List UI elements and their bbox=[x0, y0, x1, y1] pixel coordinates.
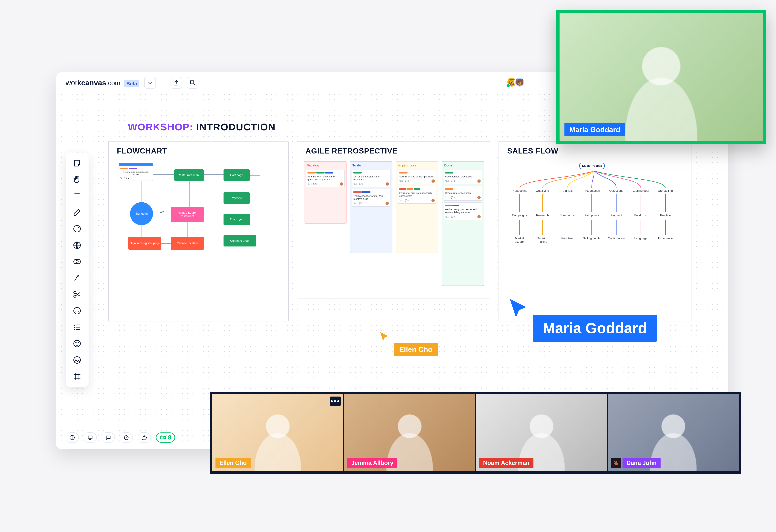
video-tile[interactable]: Dana Juhn bbox=[608, 394, 739, 471]
tool-hand[interactable] bbox=[71, 174, 83, 185]
card-agile-retro[interactable]: AGILE RETROSPECTIVE Backlog Add the team… bbox=[297, 141, 490, 299]
flow-node: Choose location bbox=[171, 237, 204, 250]
tool-sticker[interactable] bbox=[71, 223, 83, 234]
kanban-col-backlog: Backlog Add the team's bio to the genera… bbox=[304, 161, 347, 223]
video-name-label: Maria Goddard bbox=[564, 123, 625, 136]
svg-point-4 bbox=[74, 292, 76, 294]
svg-point-0 bbox=[74, 225, 80, 232]
remote-cursor-ellen: Ellen Cho bbox=[379, 331, 390, 343]
tool-smiley[interactable] bbox=[71, 338, 83, 349]
flow-node: Restaurant menu bbox=[174, 169, 204, 181]
shape-3d-icon bbox=[73, 241, 81, 249]
sticker-icon bbox=[73, 224, 81, 233]
beta-badge: Beta bbox=[124, 80, 139, 87]
tile-menu-button[interactable]: ••• bbox=[330, 396, 341, 406]
kanban-card[interactable]: Add the team's bio to the general config… bbox=[306, 170, 345, 187]
svg-point-9 bbox=[78, 343, 78, 343]
hand-icon bbox=[73, 175, 81, 184]
mic-muted-icon bbox=[613, 460, 619, 466]
title-main: INTRODUCTION bbox=[196, 122, 276, 133]
video-tile[interactable]: Noam Ackerman bbox=[476, 394, 607, 471]
present-button[interactable] bbox=[187, 77, 198, 88]
share-upload-icon bbox=[173, 80, 179, 86]
arrow-curve-icon bbox=[73, 274, 81, 283]
half-circle-icon bbox=[69, 434, 75, 440]
tree-connectors bbox=[499, 169, 693, 251]
cursor-icon bbox=[507, 297, 531, 321]
tool-connector[interactable] bbox=[71, 272, 83, 284]
chat-icon bbox=[105, 434, 111, 440]
share-button[interactable] bbox=[171, 77, 182, 88]
camera-icon bbox=[160, 434, 166, 441]
svg-point-8 bbox=[75, 343, 76, 343]
card-title: FLOWCHART bbox=[117, 147, 167, 155]
flow-node: Sign in / Register page bbox=[129, 237, 161, 250]
scissors-icon bbox=[73, 290, 81, 299]
speaker-video-tile[interactable]: Maria Goddard bbox=[556, 10, 766, 144]
card-flowchart[interactable]: FLOWCHART Review filing bug, research up… bbox=[108, 141, 288, 321]
card-title: AGILE RETROSPECTIVE bbox=[306, 147, 397, 155]
tree-root: Sales Process bbox=[579, 163, 605, 169]
tool-shape[interactable] bbox=[71, 239, 83, 251]
cursor-icon bbox=[379, 331, 390, 343]
tool-frame[interactable] bbox=[71, 371, 83, 382]
overlap-circles-icon bbox=[73, 257, 81, 266]
cursor-label: Ellen Cho bbox=[394, 343, 438, 356]
tool-checklist[interactable] bbox=[71, 321, 83, 333]
presentation-icon bbox=[87, 434, 93, 440]
tool-combine[interactable] bbox=[71, 256, 83, 267]
cursor-label: Maria Goddard bbox=[533, 315, 657, 342]
chevron-down-icon bbox=[147, 80, 153, 86]
kanban-card[interactable]: Use interview processes 📎 2 💬 1 bbox=[443, 170, 482, 184]
timer-icon bbox=[123, 434, 129, 440]
video-name-label: Jemma Allbory bbox=[347, 458, 397, 468]
flow-node: Home / Search restaurant bbox=[171, 207, 204, 222]
kanban-col-todo: To do List all the missions and mileston… bbox=[350, 161, 392, 253]
kanban-card[interactable]: Fix root of bug fixes, research competit… bbox=[398, 186, 436, 204]
tool-emoji[interactable] bbox=[71, 305, 83, 317]
flow-edge-label: Yes bbox=[160, 210, 164, 214]
sticky-note-icon bbox=[73, 159, 81, 168]
muted-indicator bbox=[611, 458, 621, 468]
video-name-label: Noam Ackerman bbox=[479, 458, 534, 468]
kanban-card[interactable]: Troubleshoot errors for this month's bug… bbox=[352, 189, 390, 207]
bottom-toolbar: 8 bbox=[65, 432, 175, 443]
flow-node: Cart page bbox=[223, 169, 250, 181]
logo-part1: work bbox=[65, 78, 81, 87]
video-tile[interactable]: ••• Ellen Cho bbox=[212, 394, 343, 471]
text-icon bbox=[73, 192, 81, 200]
bottom-chat-button[interactable] bbox=[102, 432, 115, 443]
svg-point-5 bbox=[74, 295, 76, 298]
video-tile[interactable]: Jemma Allbory bbox=[344, 394, 475, 471]
checklist-icon bbox=[73, 323, 81, 332]
bottom-reactions-button[interactable] bbox=[138, 432, 151, 443]
video-strip: ••• Ellen Cho Jemma Allbory Noam Ackerma… bbox=[210, 392, 741, 474]
card-sales-flow[interactable]: SALES FLOW Sales Process Prospecting Qua… bbox=[499, 141, 692, 321]
tool-text[interactable] bbox=[71, 190, 83, 202]
tool-sticky-note[interactable] bbox=[71, 157, 83, 169]
video-name-label: Dana Juhn bbox=[622, 458, 660, 468]
bottom-present-button[interactable] bbox=[83, 432, 97, 443]
tool-pen[interactable] bbox=[71, 207, 83, 218]
title-prefix: WORKSHOP: bbox=[128, 122, 193, 133]
frame-grid-icon bbox=[73, 372, 81, 381]
kanban-card[interactable]: List all the missions and milestones 📎 2… bbox=[352, 170, 390, 187]
kanban-card[interactable]: Refine design processes and team-buildin… bbox=[443, 202, 482, 220]
app-logo: workcanvas.com Beta bbox=[65, 78, 139, 87]
bottom-camera-participants[interactable]: 8 bbox=[156, 432, 175, 442]
kanban-card[interactable]: Create reference library 📎 2 💬 1 bbox=[443, 186, 482, 201]
tool-image[interactable] bbox=[71, 354, 83, 366]
col-head: In progress bbox=[397, 163, 437, 168]
tool-scissors[interactable] bbox=[71, 289, 83, 300]
bottom-contrast-button[interactable] bbox=[65, 432, 79, 443]
logo-ext: .com bbox=[106, 79, 121, 86]
col-head: Backlog bbox=[306, 163, 345, 168]
dropdown-button[interactable] bbox=[144, 77, 156, 88]
bottom-timer-button[interactable] bbox=[120, 432, 133, 443]
svg-point-6 bbox=[74, 308, 80, 314]
avatar[interactable]: 🐻 bbox=[515, 77, 525, 87]
kanban-col-done: Done Use interview processes 📎 2 💬 1 Cre… bbox=[442, 161, 484, 286]
kanban-card[interactable]: Submit an app to the App Store 📎 2 💬 1 bbox=[398, 170, 436, 184]
person-placeholder bbox=[560, 13, 763, 141]
participant-count: 8 bbox=[168, 434, 171, 441]
